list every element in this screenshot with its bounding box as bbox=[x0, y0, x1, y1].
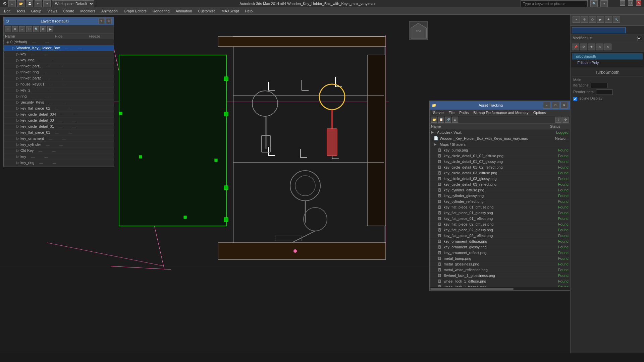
show-all-btn[interactable]: 👁 bbox=[588, 44, 595, 50]
menu-edit[interactable]: Edit bbox=[1, 8, 13, 14]
layer-item[interactable]: ▷key_circle_detail_004—— bbox=[4, 112, 114, 118]
layer-item[interactable]: ▷key—— bbox=[4, 51, 114, 57]
search-input[interactable] bbox=[521, 0, 588, 7]
mod-icon-display[interactable]: 👁 bbox=[605, 16, 612, 23]
asset-item[interactable]: 🖼key_flat_piece_01_diffuse.pngFound bbox=[430, 204, 570, 210]
layer-item[interactable]: ▷trinket_part2—— bbox=[4, 75, 114, 81]
layer-item[interactable]: ▷Security_Keys—— bbox=[4, 100, 114, 106]
remove-mod-btn[interactable]: ✕ bbox=[604, 44, 611, 50]
asset-menu-paths[interactable]: Paths bbox=[457, 110, 471, 115]
asset-item[interactable]: 🖼key_circle_detail_03_glossy.pngFound bbox=[430, 176, 570, 182]
minimize-btn[interactable]: − bbox=[620, 0, 625, 6]
pin-stack-btn[interactable]: 📌 bbox=[572, 44, 579, 50]
layer-item[interactable]: ◈0 (default)—— bbox=[4, 39, 114, 45]
make-unique-btn[interactable]: ◇ bbox=[596, 44, 603, 50]
menu-create[interactable]: Create bbox=[60, 8, 77, 14]
asset-item[interactable]: 🖼key_circle_detail_03_reflect.pngFound bbox=[430, 182, 570, 187]
menu-maxscript[interactable]: MAXScript bbox=[219, 8, 242, 14]
asset-item[interactable]: 🖼key_ornament_reflect.pngFound bbox=[430, 250, 570, 256]
mod-icon-motion[interactable]: ▶ bbox=[597, 16, 604, 23]
layer-delete-btn[interactable]: ✕ bbox=[12, 26, 18, 32]
toolbar-save-btn[interactable]: 💾 bbox=[26, 0, 33, 7]
asset-item[interactable]: 🖼key_flat_piece_02_reflect.pngFound bbox=[430, 233, 570, 239]
close-btn[interactable]: ✕ bbox=[636, 0, 641, 6]
layer-item[interactable]: ▷trinket_part1—— bbox=[4, 63, 114, 69]
asset-item[interactable]: 🖼key_cylinder_glossy.pngFound bbox=[430, 193, 570, 199]
help-btn[interactable]: ? bbox=[600, 0, 608, 7]
asset-max-btn[interactable]: □ bbox=[552, 102, 559, 109]
asset-item[interactable]: 🖼metal_glossiness.pngFound bbox=[430, 261, 570, 267]
asset-menu-server[interactable]: Server bbox=[431, 110, 446, 115]
layer-item[interactable]: ▷key_ornament—— bbox=[4, 136, 114, 142]
asset-item[interactable]: 🖼key_cylinder_reflect.pngFound bbox=[430, 199, 570, 204]
asset-menu-file[interactable]: File bbox=[446, 110, 457, 115]
toolbar-undo-btn[interactable]: ↩ bbox=[35, 0, 42, 7]
layer-item[interactable]: ▷key_ring—— bbox=[4, 160, 114, 166]
asset-item[interactable]: ▶Autodesk VaultLogged bbox=[430, 129, 570, 135]
layer-item[interactable]: ▷key_circle_detail_01—— bbox=[4, 124, 114, 130]
configure-btn[interactable]: ⚙ bbox=[580, 44, 587, 50]
layer-new-btn[interactable]: + bbox=[5, 26, 11, 32]
layer-close-btn[interactable]: ✕ bbox=[106, 18, 112, 24]
layer-expand-btn[interactable]: ▶ bbox=[47, 26, 53, 32]
layer-item[interactable]: ▷key_2—— bbox=[4, 87, 114, 94]
asset-item[interactable]: 🖼metal_bump.pngFound bbox=[430, 256, 570, 261]
modifier-list-dropdown[interactable]: ▼ bbox=[637, 36, 642, 41]
layer-item[interactable]: ▷key_cylinder—— bbox=[4, 142, 114, 148]
asset-item[interactable]: 🖼key_cylinder_diffuse.pngFound bbox=[430, 187, 570, 193]
toolbar-new-btn[interactable]: □ bbox=[8, 0, 16, 7]
toolbar-redo-btn[interactable]: ↪ bbox=[43, 0, 51, 7]
search-btn[interactable]: 🔍 bbox=[590, 0, 598, 7]
asset-tb-2[interactable]: 📋 bbox=[438, 117, 444, 123]
render-iters-input[interactable]: 3 bbox=[596, 89, 613, 95]
mod-icon-hierarchy[interactable]: ⬡ bbox=[589, 16, 596, 23]
mod-editable-poly[interactable]: Editable Poly bbox=[572, 60, 643, 66]
asset-item[interactable]: 🖼key_flat_piece_02_diffuse.pngFound bbox=[430, 222, 570, 227]
asset-item[interactable]: 🖼Swheel_lock_1_glossiness.pngFound bbox=[430, 273, 570, 279]
asset-item[interactable]: 📄Wooden_Key_Holder_Box_with_Keys_max_vra… bbox=[430, 135, 570, 141]
menu-tools[interactable]: Tools bbox=[14, 8, 28, 14]
asset-item[interactable]: 🖼key_circle_detail_03_diffuse.pngFound bbox=[430, 170, 570, 176]
asset-item[interactable]: 🖼key_ornament_glossy.pngFound bbox=[430, 244, 570, 250]
asset-min-btn[interactable]: − bbox=[543, 102, 550, 109]
asset-close-btn[interactable]: ✕ bbox=[560, 102, 568, 109]
layer-item[interactable]: ▷key_flat_piece_01—— bbox=[4, 130, 114, 136]
asset-item[interactable]: 🖼key_bump.pngFound bbox=[430, 147, 570, 153]
maximize-btn[interactable]: □ bbox=[628, 0, 633, 6]
asset-menu-options[interactable]: Options bbox=[531, 110, 548, 115]
asset-item[interactable]: 🖼key_flat_piece_01_glossy.pngFound bbox=[430, 210, 570, 216]
layer-item[interactable]: ▷key—— bbox=[4, 154, 114, 160]
asset-tb-4[interactable]: ⊞ bbox=[452, 117, 458, 123]
asset-item[interactable]: 🖼key_ornament_diffuse.pngFound bbox=[430, 239, 570, 244]
layer-select-btn[interactable]: ☐ bbox=[26, 26, 32, 32]
toolbar-open-btn[interactable]: 📂 bbox=[17, 0, 24, 7]
asset-item[interactable]: 🖼wheel_lock_1_fresnel.pngFound bbox=[430, 284, 570, 287]
asset-item[interactable]: 🖼key_circle_detail_01_02_diffuse.pngFoun… bbox=[430, 153, 570, 159]
layer-item[interactable]: ▷Wooden_Key_Holder_Box—— bbox=[4, 45, 114, 51]
asset-item[interactable]: 🖼key_circle_detail_01_02_glossy.pngFound bbox=[430, 159, 570, 165]
menu-group[interactable]: Group bbox=[29, 8, 44, 14]
layer-item[interactable]: ▷key_circle_detail_03—— bbox=[4, 118, 114, 124]
menu-modifiers[interactable]: Modifiers bbox=[77, 8, 98, 14]
mod-icon-utilities[interactable]: 🔧 bbox=[613, 16, 620, 23]
layer-add-selection-btn[interactable]: → bbox=[19, 26, 25, 32]
asset-tb-1[interactable]: 📁 bbox=[431, 117, 437, 123]
asset-scrollbar[interactable] bbox=[430, 287, 570, 290]
asset-item[interactable]: 🖼key_flat_piece_02_glossy.pngFound bbox=[430, 227, 570, 233]
workspace-dropdown[interactable]: Workspace: Default bbox=[52, 0, 94, 7]
layer-help-btn[interactable]: ? bbox=[98, 18, 104, 24]
iterations-input[interactable]: 0 bbox=[591, 83, 607, 88]
asset-item[interactable]: ▶Maps / Shaders bbox=[430, 141, 570, 147]
layer-item[interactable]: ▷key_ring—— bbox=[4, 57, 114, 63]
asset-menu-bitmap[interactable]: Bitmap Performance and Memory bbox=[471, 110, 530, 115]
menu-animation2[interactable]: Animation bbox=[173, 8, 195, 14]
object-name-input[interactable]: Wooden_Key_Holder bbox=[572, 27, 626, 33]
mod-icon-create[interactable]: + bbox=[573, 16, 580, 23]
layer-item[interactable]: ▷key_flat_piece_02—— bbox=[4, 106, 114, 112]
asset-tb-help[interactable]: ? bbox=[555, 117, 561, 123]
isoline-checkbox[interactable] bbox=[573, 97, 577, 101]
layer-item[interactable]: ▷house_key—— bbox=[4, 166, 114, 167]
layer-item[interactable]: ▷trinket_ring—— bbox=[4, 69, 114, 75]
asset-item[interactable]: 🖼metal_white_reflection.pngFound bbox=[430, 267, 570, 273]
mod-icon-modify[interactable]: ⚙ bbox=[581, 16, 588, 23]
